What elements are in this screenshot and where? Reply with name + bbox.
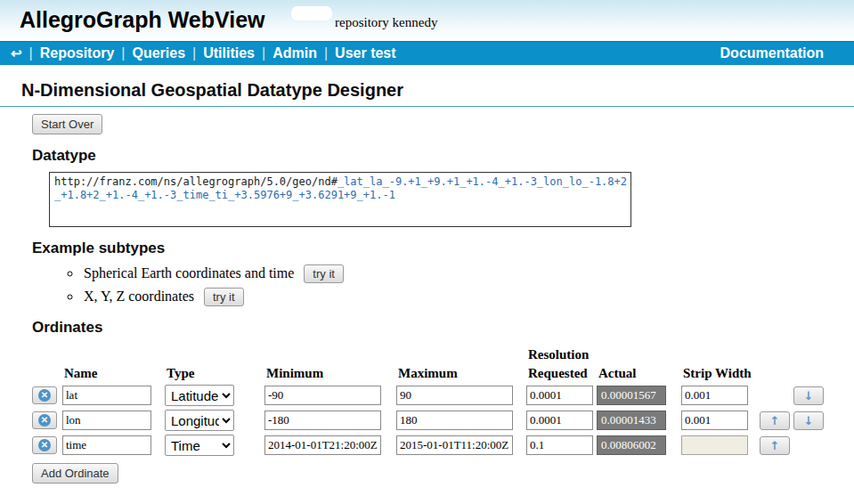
example-item-label: X, Y, Z coordinates	[84, 289, 194, 304]
uri-base: http://franz.com/ns/allegrograph/5.0/geo…	[54, 175, 338, 188]
ordinate-row-lat: ✕ Latitude 0.00001567 ↓	[32, 385, 826, 406]
nav-item-admin[interactable]: Admin	[272, 45, 317, 61]
strip-width-input[interactable]	[681, 386, 748, 405]
name-input[interactable]	[62, 435, 151, 455]
app-title: AllegroGraph WebView	[20, 7, 265, 33]
up-arrow-icon: ↑	[770, 440, 780, 451]
down-arrow-icon: ↓	[804, 415, 814, 427]
ordinate-row-lon: ✕ Longitude 0.00001433 ↑ ↓	[32, 410, 826, 431]
main-navbar: ↩ | Repository | Queries | Utilities | A…	[0, 41, 854, 65]
delete-icon: ✕	[38, 414, 51, 427]
column-header-actual: Actual	[597, 366, 681, 381]
nav-item-repository[interactable]: Repository	[40, 45, 115, 61]
column-header-name: Name	[62, 366, 165, 381]
maximum-input[interactable]	[396, 386, 513, 405]
try-it-button-xyz[interactable]: try it	[204, 288, 244, 306]
column-header-resolution: Resolution	[526, 347, 681, 362]
nav-separator: |	[262, 45, 265, 61]
maximum-input[interactable]	[396, 411, 513, 430]
move-down-button[interactable]: ↓	[793, 411, 824, 430]
ordinates-heading: Ordinates	[32, 319, 854, 337]
type-select[interactable]: Latitude	[165, 385, 234, 406]
nav-separator: |	[121, 45, 125, 61]
strip-width-input[interactable]	[681, 411, 748, 430]
example-subtypes-list: Spherical Earth coordinates and time try…	[82, 264, 854, 306]
add-ordinate-button[interactable]: Add Ordinate	[32, 463, 118, 484]
requested-resolution-input[interactable]	[526, 386, 593, 405]
nav-item-queries[interactable]: Queries	[132, 45, 185, 61]
uri-fragment-line2: _+1.8+2_+1.-4_+1.-3_time_ti_+3.5976+9_+3…	[54, 189, 626, 202]
name-input[interactable]	[62, 411, 151, 430]
ordinates-table: Resolution Name Type Minimum Maximum Req…	[32, 344, 826, 459]
requested-resolution-input[interactable]	[526, 411, 593, 430]
minimum-input[interactable]	[264, 435, 381, 455]
delete-icon: ✕	[38, 439, 51, 451]
down-arrow-icon: ↓	[804, 390, 814, 402]
ordinate-row-time: ✕ Time 0.00806002 ↑	[32, 435, 826, 456]
page-title: N-Dimensional Geospatial Datatype Design…	[21, 80, 854, 101]
resolution-group-row: Resolution	[32, 347, 826, 362]
actual-resolution-value: 0.00001433	[597, 411, 666, 430]
up-arrow-icon: ↑	[770, 415, 780, 427]
datatype-heading: Datatype	[32, 147, 854, 165]
delete-ordinate-button[interactable]: ✕	[32, 386, 57, 404]
column-header-minimum: Minimum	[264, 366, 396, 381]
delete-icon: ✕	[38, 389, 51, 402]
repository-label: repository kennedy	[335, 15, 437, 30]
actual-resolution-value: 0.00001567	[597, 386, 666, 405]
column-header-maximum: Maximum	[396, 366, 526, 381]
minimum-input[interactable]	[264, 411, 381, 430]
move-down-button[interactable]: ↓	[793, 386, 824, 405]
delete-ordinate-button[interactable]: ✕	[32, 411, 57, 429]
type-select[interactable]: Longitude	[165, 410, 234, 431]
try-it-button-spherical[interactable]: try it	[304, 264, 344, 283]
start-over-button[interactable]: Start Over	[32, 114, 102, 134]
minimum-input[interactable]	[264, 386, 381, 405]
requested-resolution-input[interactable]	[526, 435, 593, 455]
nav-separator: |	[324, 45, 328, 61]
examples-heading: Example subtypes	[32, 240, 854, 257]
nav-item-utilities[interactable]: Utilities	[203, 45, 255, 61]
nav-item-user-test[interactable]: User test	[335, 45, 395, 61]
column-header-requested: Requested	[526, 366, 597, 381]
example-item-label: Spherical Earth coordinates and time	[84, 265, 294, 280]
maximum-input[interactable]	[396, 435, 513, 455]
nav-item-documentation[interactable]: Documentation	[720, 45, 845, 61]
uri-fragment-line1: _lat_la_-9.+1_+9.+1_+1.-4_+1.-3_lon_lo_-…	[338, 175, 627, 188]
name-input[interactable]	[62, 386, 151, 405]
nav-separator: |	[29, 45, 33, 61]
column-header-strip-width: Strip Width	[681, 366, 760, 381]
example-item: Spherical Earth coordinates and time try…	[82, 264, 854, 283]
title-rule	[0, 106, 854, 107]
app-header: AllegroGraph WebView repository kennedy	[0, 0, 854, 41]
strip-width-input-disabled	[681, 435, 748, 455]
back-icon[interactable]: ↩	[11, 45, 22, 61]
example-item: X, Y, Z coordinates try it	[82, 288, 854, 306]
redacted-area	[291, 6, 332, 20]
move-up-button[interactable]: ↑	[760, 411, 790, 430]
delete-ordinate-button[interactable]: ✕	[32, 436, 57, 454]
move-up-button[interactable]: ↑	[760, 436, 790, 455]
nav-separator: |	[192, 45, 196, 61]
column-header-type: Type	[165, 366, 264, 381]
actual-resolution-value: 0.00806002	[597, 435, 666, 455]
type-select[interactable]: Time	[165, 435, 234, 456]
datatype-uri-box[interactable]: http://franz.com/ns/allegrograph/5.0/geo…	[49, 172, 631, 227]
column-header-row: Name Type Minimum Maximum Requested Actu…	[32, 366, 826, 381]
